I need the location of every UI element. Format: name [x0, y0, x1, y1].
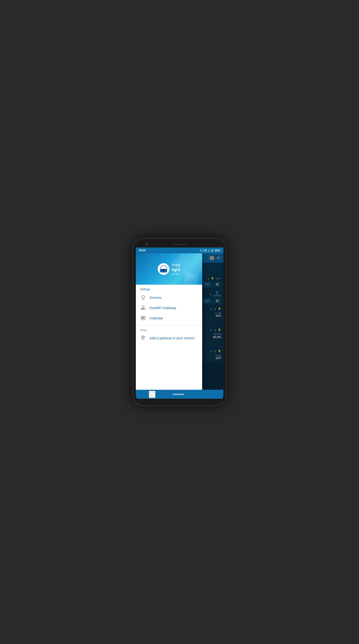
other-section-label: Other	[136, 327, 202, 333]
add-gateway-icon	[140, 336, 146, 340]
devices-label: Devices	[150, 296, 162, 300]
svg-point-6	[143, 308, 143, 309]
logo-line2: light	[172, 268, 180, 272]
signal-bars-icon: ▲	[208, 249, 210, 252]
svg-rect-14	[143, 318, 144, 319]
svg-point-5	[142, 308, 142, 309]
status-bar: 09:00 ▼ LTE ▲ 🔋 100%	[136, 248, 223, 253]
drawer-divider	[136, 325, 202, 325]
status-time: 09:00	[139, 249, 146, 252]
add-gateway-label: Add a gateway to your current	[150, 336, 194, 340]
sidebar-item-add-gateway[interactable]: Add a gateway to your current	[136, 333, 202, 343]
logo-line1: linea	[172, 263, 180, 268]
phone-screen: 09:00 ▼ LTE ▲ 🔋 100% ase 🐷 ⟳	[136, 241, 223, 403]
svg-rect-15	[142, 336, 144, 339]
wifi-router-icon	[140, 305, 146, 310]
svg-rect-13	[142, 318, 143, 319]
camera	[146, 243, 148, 246]
status-icons: ▼ LTE ▲ 🔋 100%	[200, 249, 220, 252]
battery-icon: 🔋	[211, 249, 214, 252]
bottom-nav: ‹	[136, 390, 223, 399]
sidebar-item-calendar[interactable]: Calendar	[136, 313, 202, 323]
calendar-label: Calendar	[150, 316, 163, 320]
speaker	[173, 244, 186, 245]
screen-content: ase 🐷 ⟳ 👥 GROUPS :6:43	[136, 253, 223, 390]
sidebar-item-eyewifi[interactable]: EyeWiFi Gateway	[136, 302, 202, 313]
nav-drawer: linea light group Settings	[136, 253, 202, 390]
logo-container: linea light group	[158, 263, 180, 275]
svg-point-7	[143, 308, 144, 309]
logo-text: linea light group	[172, 263, 180, 275]
wifi-signal-icon: ▼	[200, 249, 202, 252]
logo-svg	[159, 265, 168, 273]
calendar-icon	[140, 316, 146, 320]
logo-circle	[158, 263, 169, 275]
bulb-icon	[140, 295, 146, 300]
home-pill[interactable]	[173, 394, 184, 395]
logo-line3: group	[172, 272, 180, 275]
phone-bottom-bar	[136, 399, 223, 403]
sidebar-item-devices[interactable]: Devices	[136, 292, 202, 302]
battery-percent: 100%	[214, 249, 220, 252]
eyewifi-label: EyeWiFi Gateway	[150, 306, 176, 310]
phone-device: 09:00 ▼ LTE ▲ 🔋 100% ase 🐷 ⟳	[133, 238, 227, 406]
phone-top-bar	[136, 241, 223, 248]
settings-section-label: Settings	[136, 285, 202, 292]
drawer-header: linea light group	[136, 253, 202, 285]
back-button[interactable]: ‹	[149, 391, 155, 398]
lte-label: LTE	[203, 249, 207, 252]
